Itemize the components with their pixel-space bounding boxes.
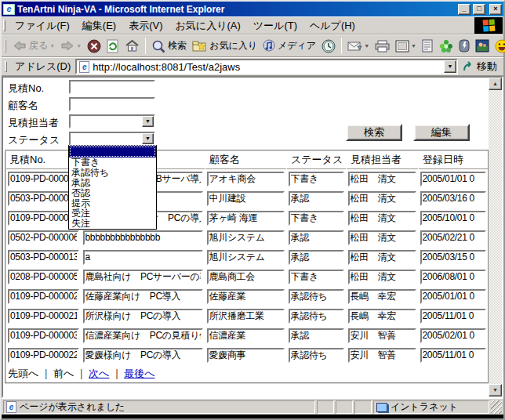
address-url[interactable]: http://localhost:8081/Test/a2jaws	[93, 61, 441, 73]
icq-button[interactable]	[437, 38, 456, 55]
customer-field[interactable]	[207, 270, 285, 284]
status-field[interactable]	[289, 328, 344, 343]
resize-grip[interactable]	[491, 400, 502, 414]
menu-help[interactable]: ヘルプ(H)	[303, 16, 361, 35]
date-field[interactable]	[420, 172, 487, 186]
subject-field[interactable]	[83, 270, 203, 284]
customer-field[interactable]	[207, 348, 285, 363]
date-field[interactable]	[420, 348, 487, 363]
person-field[interactable]	[348, 328, 416, 343]
date-field[interactable]	[420, 191, 487, 206]
quote-no-field[interactable]	[8, 289, 79, 304]
addressbar-grip[interactable]	[5, 61, 7, 72]
address-dropdown-button[interactable]: ▼	[444, 60, 456, 73]
status-field[interactable]	[289, 172, 344, 186]
person-field[interactable]	[348, 211, 416, 226]
customer-field[interactable]	[207, 191, 285, 206]
quote-no-field[interactable]	[8, 309, 79, 324]
menu-tools[interactable]: ツール(T)	[247, 16, 303, 35]
person-field[interactable]	[348, 230, 416, 245]
person-select[interactable]: ▼	[69, 114, 155, 129]
home-button[interactable]	[122, 38, 142, 54]
status-field[interactable]	[289, 191, 344, 206]
scrollbar-down-icon[interactable]: ▼	[489, 384, 502, 396]
date-field[interactable]	[420, 270, 487, 284]
title-bar[interactable]: e TenArtni Ninja-VA - Microsoft Internet…	[2, 2, 503, 16]
menubar-grip[interactable]	[3, 20, 5, 31]
subject-field[interactable]	[83, 250, 203, 265]
toolbar-grip[interactable]	[5, 39, 6, 53]
forward-button[interactable]: ▼	[58, 38, 84, 53]
print-button[interactable]	[372, 38, 392, 54]
quote-no-field[interactable]	[8, 328, 79, 343]
status-field[interactable]	[289, 211, 344, 226]
edit-button[interactable]: ▼	[393, 38, 419, 54]
subject-field[interactable]	[83, 309, 203, 324]
date-field[interactable]	[420, 309, 487, 324]
status-field[interactable]	[289, 230, 344, 245]
customer-field[interactable]	[207, 289, 285, 304]
mail-button[interactable]: ▼	[345, 38, 372, 53]
quote-no-field[interactable]	[8, 230, 79, 245]
scrollbar-up-icon[interactable]: ▲	[489, 78, 502, 90]
back-button[interactable]: 戻る ▼	[10, 38, 57, 54]
stop-button[interactable]	[85, 38, 104, 55]
person-field[interactable]	[348, 250, 416, 265]
customer-field[interactable]	[207, 172, 285, 186]
smiley-button[interactable]	[492, 38, 505, 55]
subject-field[interactable]	[83, 230, 203, 245]
date-field[interactable]	[420, 289, 487, 304]
quote-no-input[interactable]	[69, 80, 155, 94]
favorites-button[interactable]: お気に入り	[190, 38, 260, 54]
go-button[interactable]: 移動	[461, 60, 502, 74]
status-option[interactable]: 失注	[69, 219, 156, 229]
status-field[interactable]	[289, 309, 344, 324]
pagination-next[interactable]: 次へ	[89, 368, 109, 379]
menu-view[interactable]: 表示(V)	[122, 16, 169, 35]
subject-field[interactable]	[83, 328, 203, 343]
customer-field[interactable]	[207, 328, 285, 343]
status-field[interactable]	[289, 250, 344, 265]
vertical-scrollbar[interactable]: ▲ ▼	[489, 78, 502, 396]
subject-field[interactable]	[83, 289, 203, 304]
person-field[interactable]	[348, 289, 416, 304]
customer-field[interactable]	[207, 230, 285, 245]
messenger-button[interactable]	[456, 38, 472, 54]
status-field[interactable]	[289, 289, 344, 304]
msn-button[interactable]	[473, 38, 492, 54]
customer-field[interactable]	[207, 250, 285, 265]
date-field[interactable]	[420, 230, 487, 245]
maximize-button[interactable]: □	[473, 4, 485, 15]
edit-dropdown-icon[interactable]: ▼	[411, 43, 416, 49]
address-combo[interactable]: e http://localhost:8081/Test/a2jaws ▼	[75, 59, 458, 74]
minimize-button[interactable]: _	[458, 4, 470, 15]
person-select-arrow-icon[interactable]: ▼	[142, 116, 154, 127]
status-field[interactable]	[289, 270, 344, 284]
date-field[interactable]	[420, 250, 487, 265]
person-field[interactable]	[348, 270, 416, 284]
menu-favorites[interactable]: お気に入り(A)	[169, 16, 247, 35]
search-submit-button[interactable]: 検索	[346, 124, 402, 141]
search-button[interactable]: 検索	[149, 38, 189, 55]
status-option[interactable]	[69, 146, 156, 158]
media-button[interactable]: メディア	[260, 38, 318, 54]
back-dropdown-icon[interactable]: ▼	[49, 43, 55, 49]
quote-no-field[interactable]	[8, 348, 79, 363]
history-button[interactable]	[319, 38, 338, 55]
customer-field[interactable]	[207, 211, 285, 226]
subject-field[interactable]	[83, 348, 203, 363]
customer-field[interactable]	[207, 309, 285, 324]
status-select[interactable]: ▼	[69, 132, 155, 146]
quote-no-field[interactable]	[8, 250, 79, 265]
date-field[interactable]	[420, 211, 487, 226]
quote-no-field[interactable]	[8, 270, 79, 284]
close-button[interactable]: ×	[489, 4, 502, 15]
edit-submit-button[interactable]: 編集	[413, 124, 470, 141]
person-field[interactable]	[348, 348, 416, 363]
pagination-last[interactable]: 最後へ	[124, 368, 154, 379]
discuss-button[interactable]	[420, 38, 436, 54]
person-field[interactable]	[348, 191, 416, 206]
menu-file[interactable]: ファイル(F)	[9, 16, 76, 35]
person-field[interactable]	[348, 172, 416, 186]
status-select-arrow-icon[interactable]: ▼	[142, 133, 154, 144]
